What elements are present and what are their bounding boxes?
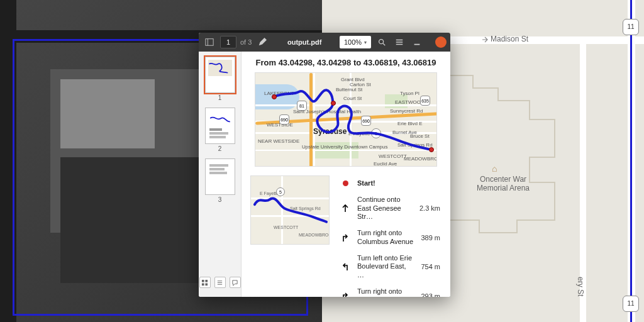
route-start-pin bbox=[272, 94, 277, 99]
pdf-toolbar: of 3 output.pdf 100% ▾ bbox=[199, 33, 450, 52]
page-view[interactable]: From 43.04298, 43.04298 to 43.06819, 43.… bbox=[242, 52, 450, 297]
svg-rect-10 bbox=[202, 283, 204, 286]
direction-step: Turn left onto Erie Boulevard East, … 75… bbox=[338, 250, 441, 284]
direction-distance: 389 m bbox=[421, 234, 440, 242]
thumbnail-page-2[interactable] bbox=[205, 108, 235, 144]
stage: Madison St 11 11 ery St ⌂ Oncenter War M… bbox=[0, 0, 644, 322]
pdf-viewer-window: of 3 output.pdf 100% ▾ bbox=[199, 33, 450, 297]
thumbnail-label-3: 3 bbox=[205, 196, 235, 203]
turn-right-icon bbox=[340, 292, 351, 297]
thumbnail-label-2: 2 bbox=[205, 145, 235, 152]
document-title: output.pdf bbox=[273, 38, 336, 46]
minimize-button[interactable] bbox=[410, 35, 424, 49]
route-shield-top: 11 bbox=[623, 19, 639, 35]
svg-rect-9 bbox=[205, 279, 208, 282]
direction-distance: 2.3 km bbox=[419, 204, 440, 212]
view-thumbnails-button[interactable] bbox=[199, 277, 211, 288]
svg-rect-8 bbox=[202, 279, 204, 282]
route-waypoint-pin bbox=[331, 101, 336, 106]
direction-step: Turn right onto Lodi Street 293 m bbox=[338, 284, 441, 297]
thumbnail-footer bbox=[199, 273, 242, 292]
view-annotations-button[interactable] bbox=[230, 277, 241, 288]
step-map: E Fayette St Salt Springs Rd WESTCOTT ME… bbox=[250, 175, 330, 245]
svg-line-3 bbox=[383, 43, 386, 46]
directions-list: Start! Continue onto East Genesee Str… 2… bbox=[338, 175, 441, 297]
svg-rect-0 bbox=[206, 39, 213, 46]
sidebar-toggle-button[interactable] bbox=[203, 35, 216, 49]
view-outline-button[interactable] bbox=[214, 277, 226, 288]
thumbnail-sidebar: 1 2 bbox=[199, 52, 242, 297]
thumbnail-label-1: 1 bbox=[205, 94, 235, 101]
overview-map: LAKEFRONT NEAR WESTSIDE WESTSIDE EASTWOO… bbox=[255, 72, 437, 167]
thumbnail-page-1[interactable] bbox=[205, 57, 235, 93]
turn-left-icon bbox=[340, 262, 351, 271]
chevron-down-icon: ▾ bbox=[364, 40, 367, 45]
zoom-select[interactable]: 100% ▾ bbox=[340, 36, 371, 48]
side-street-label: ery St bbox=[576, 277, 585, 296]
street-label: Madison St bbox=[491, 35, 528, 43]
direction-text: Continue onto East Genesee Str… bbox=[357, 196, 413, 221]
direction-distance: 293 m bbox=[421, 292, 440, 297]
direction-distance: 754 m bbox=[421, 263, 440, 270]
direction-step: Start! bbox=[338, 175, 441, 192]
direction-text: Turn left onto Erie Boulevard East, … bbox=[357, 254, 414, 280]
direction-text: Start! bbox=[357, 179, 434, 188]
direction-step: Continue onto East Genesee Str… 2.3 km bbox=[338, 192, 441, 225]
page-number-input[interactable] bbox=[220, 36, 236, 48]
annotate-button[interactable] bbox=[255, 35, 269, 49]
svg-point-2 bbox=[379, 40, 384, 44]
route-shield-bottom: 11 bbox=[623, 296, 639, 312]
thumbnail-page-3[interactable] bbox=[205, 158, 235, 195]
route-title: From 43.04298, 43.04298 to 43.06819, 43.… bbox=[250, 58, 441, 67]
start-icon bbox=[340, 180, 351, 186]
turn-right-icon bbox=[340, 233, 351, 242]
menu-button[interactable] bbox=[392, 35, 406, 49]
direction-text: Turn right onto Lodi Street bbox=[357, 287, 414, 297]
page-count-label: of 3 bbox=[240, 38, 252, 46]
direction-step: Turn right onto Columbus Avenue 389 m bbox=[338, 225, 441, 250]
route-path bbox=[255, 73, 436, 167]
search-button[interactable] bbox=[375, 35, 389, 49]
zoom-value: 100% bbox=[344, 38, 362, 46]
close-button[interactable] bbox=[435, 36, 447, 48]
step-route-path bbox=[251, 176, 329, 244]
continue-icon bbox=[340, 204, 351, 213]
svg-rect-11 bbox=[205, 283, 208, 286]
route-end-pin bbox=[429, 147, 434, 152]
direction-text: Turn right onto Columbus Avenue bbox=[357, 229, 414, 247]
